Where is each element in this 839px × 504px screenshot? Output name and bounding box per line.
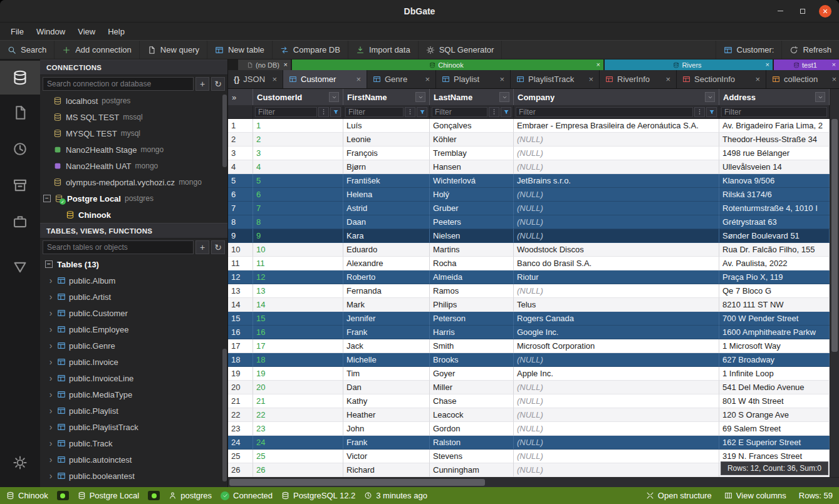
grid-cell[interactable]: Chase	[430, 394, 514, 408]
grid-cell[interactable]: Tim	[343, 367, 430, 381]
horizontal-scrollbar[interactable]	[228, 477, 839, 487]
sidebar-scrollbar-thumb[interactable]	[222, 349, 227, 481]
grid-cell[interactable]: (NULL)	[514, 215, 719, 229]
filter-funnel-icon[interactable]	[417, 107, 427, 117]
grid-cell[interactable]: 1498 rue Bélanger	[719, 147, 830, 160]
grid-cell[interactable]: Ralston	[430, 436, 514, 450]
grid-cell[interactable]: Gruber	[430, 202, 514, 215]
menu-file[interactable]: File	[5, 24, 29, 39]
row-number[interactable]: 22	[228, 408, 253, 422]
grid-cell[interactable]: 23	[253, 422, 343, 436]
customer-button[interactable]: Customer:	[716, 41, 782, 59]
tab-riverinfo[interactable]: RiverInfo×	[600, 70, 677, 88]
grid-cell[interactable]: Praça Pio X, 119	[719, 270, 830, 284]
close-tab-icon[interactable]: ×	[272, 75, 277, 83]
grid-cell[interactable]: 17	[253, 339, 343, 353]
grid-cell[interactable]: 25	[253, 450, 343, 463]
grid-cell[interactable]: 18	[253, 353, 343, 367]
grid-cell[interactable]: Alexandre	[343, 257, 430, 270]
column-header-address[interactable]: Address	[719, 89, 830, 105]
grid-cell[interactable]: Roberto	[343, 270, 430, 284]
grid-cell[interactable]: (NULL)	[514, 133, 719, 147]
grid-cell[interactable]: (NULL)	[514, 394, 719, 408]
grid-cell[interactable]: Wichterlová	[430, 174, 514, 188]
grid-cell[interactable]: Gordon	[430, 422, 514, 436]
import-data-button[interactable]: Import data	[348, 41, 419, 59]
row-number[interactable]: 21	[228, 394, 253, 408]
column-dropdown-icon[interactable]	[815, 92, 825, 102]
grid-cell[interactable]: 1600 Amphitheatre Parkw	[719, 326, 830, 339]
row-number[interactable]: 24	[228, 436, 253, 450]
grid-cell[interactable]: 162 E Superior Street	[719, 436, 830, 450]
row-number[interactable]: 4	[228, 160, 253, 174]
refresh-connections-button[interactable]: ↻	[211, 77, 225, 91]
grid-cell[interactable]: Helena	[343, 188, 430, 202]
grid-cell[interactable]: Heather	[343, 408, 430, 422]
row-number[interactable]: 2	[228, 133, 253, 147]
grid-cell[interactable]: Klanova 9/506	[719, 174, 830, 188]
grid-cell[interactable]: 14	[253, 298, 343, 312]
row-number[interactable]: 14	[228, 298, 253, 312]
grid-cell[interactable]: 13	[253, 284, 343, 298]
filter-funnel-icon[interactable]	[706, 107, 717, 117]
grid-cell[interactable]: (NULL)	[514, 284, 719, 298]
row-number[interactable]: 9	[228, 229, 253, 243]
grid-cell[interactable]: (NULL)	[514, 463, 719, 477]
grid-cell[interactable]: Embraer - Empresa Brasileira de Aeronáut…	[514, 119, 719, 133]
new-table-button[interactable]: New table	[207, 41, 273, 59]
grid-corner-expand[interactable]: »	[228, 89, 253, 105]
grid-cell[interactable]: Kathy	[343, 394, 430, 408]
maximize-button[interactable]	[796, 5, 809, 18]
tables-search-input[interactable]	[43, 240, 194, 254]
connection-item[interactable]: MS SQL TESTmssql	[40, 109, 227, 125]
row-number[interactable]: 26	[228, 463, 253, 477]
filter-menu-icon[interactable]	[694, 107, 705, 117]
column-dropdown-icon[interactable]	[499, 92, 509, 102]
tab-json[interactable]: {}JSON×	[228, 70, 283, 88]
grid-cell[interactable]: Jack	[343, 339, 430, 353]
column-dropdown-icon[interactable]	[329, 92, 339, 102]
grid-cell[interactable]: Mark	[343, 298, 430, 312]
grid-cell[interactable]: Stevens	[430, 450, 514, 463]
grid-cell[interactable]: Michelle	[343, 353, 430, 367]
grid-cell[interactable]: 1 Microsoft Way	[719, 339, 830, 353]
connection-item[interactable]: Nano2Health Stagemongo	[40, 141, 227, 158]
grid-cell[interactable]: JetBrains s.r.o.	[514, 174, 719, 188]
vertical-scrollbar-thumb[interactable]	[831, 119, 838, 352]
grid-cell[interactable]: Qe 7 Bloco G	[719, 284, 830, 298]
grid-cell[interactable]: Luís	[343, 119, 430, 133]
grid-cell[interactable]: 700 W Pender Street	[719, 312, 830, 326]
grid-cell[interactable]: Eduardo	[343, 243, 430, 257]
grid-cell[interactable]: Gonçalves	[430, 119, 514, 133]
db-group-tab-test1[interactable]: test1×	[774, 59, 839, 70]
tables-group[interactable]: − Tables (13)	[40, 256, 227, 272]
tab-playlist[interactable]: Playlist×	[436, 70, 511, 88]
row-number[interactable]: 6	[228, 188, 253, 202]
refresh-tables-button[interactable]: ↻	[211, 240, 225, 254]
row-number[interactable]: 7	[228, 202, 253, 215]
grid-cell[interactable]: Jennifer	[343, 312, 430, 326]
filter-menu-icon[interactable]	[489, 107, 499, 117]
grid-cell[interactable]: 24	[253, 436, 343, 450]
grid-cell[interactable]: Bjørn	[343, 160, 430, 174]
grid-cell[interactable]: Ramos	[430, 284, 514, 298]
table-item[interactable]: ›public.MediaType	[40, 386, 227, 403]
grid-cell[interactable]: 26	[253, 463, 343, 477]
nav-filters[interactable]	[0, 249, 40, 285]
grid-cell[interactable]: 16	[253, 326, 343, 339]
grid-cell[interactable]: 5	[253, 174, 343, 188]
grid-cell[interactable]: 4	[253, 160, 343, 174]
add-object-button[interactable]: +	[195, 240, 209, 254]
grid-cell[interactable]: (NULL)	[514, 408, 719, 422]
tab-customer[interactable]: Customer×	[283, 70, 367, 88]
close-tab-icon[interactable]: ×	[766, 61, 769, 68]
grid-cell[interactable]: Goyer	[430, 367, 514, 381]
column-dropdown-icon[interactable]	[705, 92, 715, 102]
grid-cell[interactable]: Dan	[343, 381, 430, 394]
grid-cell[interactable]: (NULL)	[514, 202, 719, 215]
filter-input[interactable]	[721, 107, 827, 117]
grid-cell[interactable]: (NULL)	[514, 381, 719, 394]
db-group-tab-no-db[interactable]: (no DB)×	[238, 59, 291, 70]
grid-cell[interactable]: Daan	[343, 215, 430, 229]
grid-cell[interactable]: 7	[253, 202, 343, 215]
